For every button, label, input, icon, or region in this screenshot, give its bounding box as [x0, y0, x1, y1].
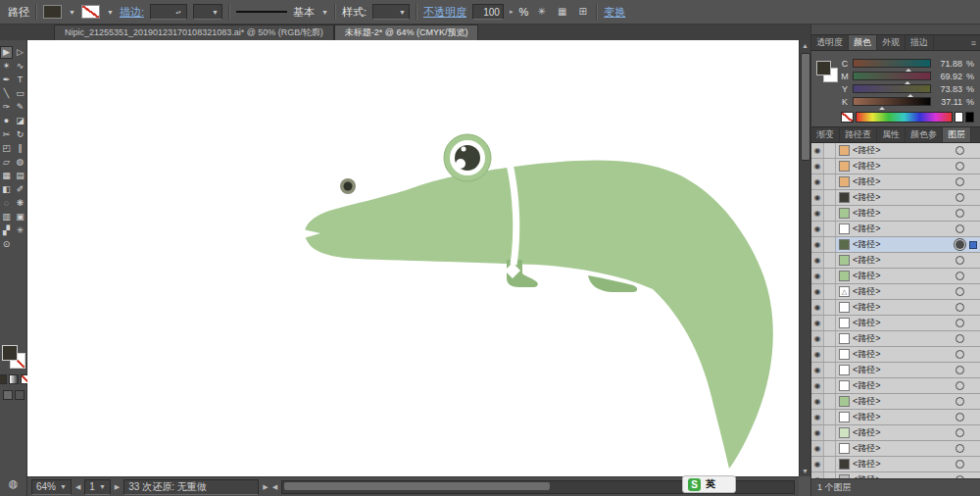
visibility-eye-icon[interactable]: ◉	[811, 143, 824, 158]
line-segment-tool[interactable]: ╲	[0, 87, 13, 100]
zoom-tool[interactable]: ⊙	[0, 238, 13, 251]
layer-label[interactable]: <路径>	[853, 426, 956, 439]
selection-chip[interactable]	[969, 257, 977, 265]
fill-color-swatch[interactable]	[43, 5, 62, 19]
recolor-artwork-icon[interactable]: ✳	[534, 5, 549, 19]
visibility-eye-icon[interactable]: ◉	[811, 441, 824, 456]
sogou-logo-icon[interactable]: S	[688, 478, 701, 491]
layer-label[interactable]: <路径>	[853, 458, 956, 471]
layer-label[interactable]: <路径>	[853, 395, 956, 408]
target-circle[interactable]	[956, 428, 964, 437]
selection-chip[interactable]	[969, 147, 977, 155]
visibility-eye-icon[interactable]: ◉	[811, 269, 824, 283]
target-circle[interactable]	[956, 303, 964, 312]
next-artboard-icon[interactable]: ▶	[115, 483, 120, 491]
selection-chip[interactable]	[969, 178, 977, 186]
visibility-eye-icon[interactable]: ◉	[811, 253, 824, 268]
target-circle[interactable]	[956, 366, 964, 374]
selection-chip[interactable]	[969, 194, 977, 202]
style-dropdown[interactable]: ▼	[372, 4, 410, 20]
opacity-input[interactable]: 100	[472, 4, 504, 20]
selection-chip[interactable]	[969, 461, 977, 469]
visibility-eye-icon[interactable]: ◉	[811, 457, 824, 471]
variable-width-dropdown[interactable]: ▼	[193, 4, 222, 20]
visibility-eye-icon[interactable]: ◉	[811, 394, 824, 409]
lock-toggle[interactable]	[824, 190, 836, 205]
layer-label[interactable]: <路径>	[853, 364, 956, 376]
lock-toggle[interactable]	[824, 425, 836, 440]
visibility-eye-icon[interactable]: ◉	[811, 347, 824, 362]
lock-toggle[interactable]	[824, 410, 836, 424]
width-tool[interactable]: ∥	[14, 142, 26, 155]
layer-label[interactable]: <路径>	[853, 191, 956, 204]
pencil-tool[interactable]: ✎	[14, 101, 26, 114]
tab-appearance[interactable]: 外观	[877, 35, 906, 50]
lock-toggle[interactable]	[824, 347, 836, 362]
selection-chip[interactable]	[969, 320, 977, 327]
column-graph-tool[interactable]: ▥	[0, 211, 13, 223]
layer-label[interactable]: <路径>	[853, 317, 956, 329]
document-tab-untitled2[interactable]: 未标题-2* @ 64% (CMYK/预览)	[334, 25, 479, 40]
layer-row[interactable]: ◉ <路径>	[811, 206, 980, 222]
layer-label[interactable]: <路径>	[853, 238, 956, 251]
gradient-tool[interactable]: ◧	[0, 183, 13, 196]
target-circle[interactable]	[956, 287, 964, 296]
document-tab-nipic[interactable]: Nipic_21255351_20190123170108321083.ai* …	[54, 25, 334, 40]
black-swatch[interactable]	[965, 112, 974, 123]
zoom-select[interactable]: 64% ▼	[31, 479, 72, 495]
tab-transparency[interactable]: 透明度	[811, 35, 849, 50]
scroll-up-icon[interactable]: ▲	[802, 40, 808, 51]
visibility-eye-icon[interactable]: ◉	[811, 190, 824, 205]
draw-normal-button[interactable]	[3, 390, 13, 400]
chevron-down-icon[interactable]: ▼	[321, 9, 328, 16]
target-circle[interactable]	[956, 319, 964, 327]
selection-chip[interactable]	[969, 225, 977, 233]
selection-chip[interactable]	[969, 429, 977, 437]
layer-label[interactable]: <路径>	[853, 285, 956, 298]
layer-row[interactable]: ◉ <路径>	[811, 316, 980, 331]
visibility-eye-icon[interactable]: ◉	[811, 363, 824, 377]
selection-chip[interactable]	[969, 273, 977, 280]
rectangle-tool[interactable]: ▭	[14, 87, 26, 100]
vertical-scrollbar[interactable]: ▲ ▼	[799, 40, 810, 476]
chevron-down-icon[interactable]: ▼	[69, 9, 75, 16]
lock-toggle[interactable]	[824, 143, 836, 158]
blend-tool[interactable]: ◌	[0, 197, 13, 210]
color-spectrum[interactable]	[856, 112, 953, 123]
tab-gradient[interactable]: 渐变	[811, 127, 840, 142]
opacity-stepper-icon[interactable]: ▸	[510, 8, 514, 16]
stroke-color-swatch[interactable]	[81, 5, 100, 19]
tab-stroke[interactable]: 描边	[906, 35, 934, 50]
target-circle[interactable]	[956, 209, 964, 218]
direct-selection-tool[interactable]: ▷	[14, 46, 26, 59]
target-circle[interactable]	[956, 193, 964, 202]
lock-toggle[interactable]	[824, 457, 836, 471]
stroke-link[interactable]: 描边:	[120, 5, 144, 20]
opacity-link[interactable]: 不透明度	[423, 5, 466, 20]
tab-attributes[interactable]: 属性	[877, 127, 906, 142]
layer-label[interactable]: <路径>	[853, 175, 956, 188]
none-swatch[interactable]	[841, 112, 854, 123]
hand-tool[interactable]: ✳	[14, 224, 26, 237]
layer-row[interactable]: ◉ <路径>	[811, 394, 980, 410]
layer-row[interactable]: ◉ <路径>	[811, 378, 980, 394]
blob-brush-tool[interactable]: ●	[0, 115, 13, 127]
paintbrush-tool[interactable]: ✑	[0, 101, 13, 114]
scroll-down-icon[interactable]: ▼	[802, 466, 808, 476]
gradient-button[interactable]	[9, 374, 19, 384]
target-circle[interactable]	[956, 240, 964, 249]
tab-pathfinder[interactable]: 路径查	[840, 127, 877, 142]
visibility-eye-icon[interactable]: ◉	[811, 316, 824, 330]
fill-stroke-indicator[interactable]	[2, 345, 25, 369]
layer-row[interactable]: ◉ <路径>	[811, 190, 980, 206]
target-circle[interactable]	[956, 256, 964, 265]
selection-chip[interactable]	[969, 367, 977, 374]
vertical-scroll-thumb[interactable]	[801, 53, 810, 161]
magic-wand-tool[interactable]: ✶	[0, 60, 13, 73]
stroke-weight-stepper[interactable]: ▴▾	[173, 5, 183, 19]
selection-chip[interactable]	[969, 288, 977, 296]
lock-toggle[interactable]	[824, 441, 836, 456]
tab-layers[interactable]: 图层	[943, 127, 971, 142]
layer-label[interactable]: <路径>	[853, 270, 956, 282]
channel-slider[interactable]	[853, 97, 931, 106]
